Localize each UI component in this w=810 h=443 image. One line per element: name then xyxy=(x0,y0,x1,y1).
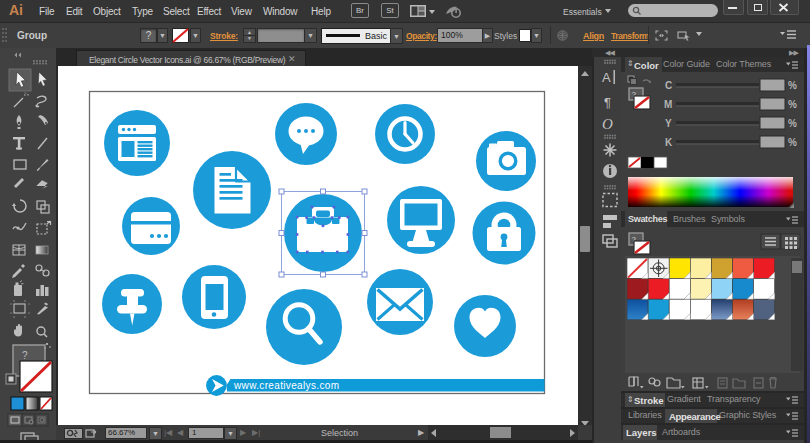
svg-text:www.creativealys.com: www.creativealys.com xyxy=(233,380,339,391)
svg-text:%: % xyxy=(788,80,797,91)
svg-text:C: C xyxy=(665,80,672,91)
svg-text:%: % xyxy=(788,118,797,129)
svg-text:%: % xyxy=(788,99,797,110)
svg-text:¶: ¶ xyxy=(604,95,611,110)
svg-text:Y: Y xyxy=(665,118,672,129)
svg-text:K: K xyxy=(665,137,673,148)
svg-text:O: O xyxy=(602,116,613,132)
svg-text:?: ? xyxy=(22,350,28,361)
svg-text:M: M xyxy=(664,99,672,110)
svg-text:A: A xyxy=(602,70,611,85)
svg-text:%: % xyxy=(788,137,797,148)
